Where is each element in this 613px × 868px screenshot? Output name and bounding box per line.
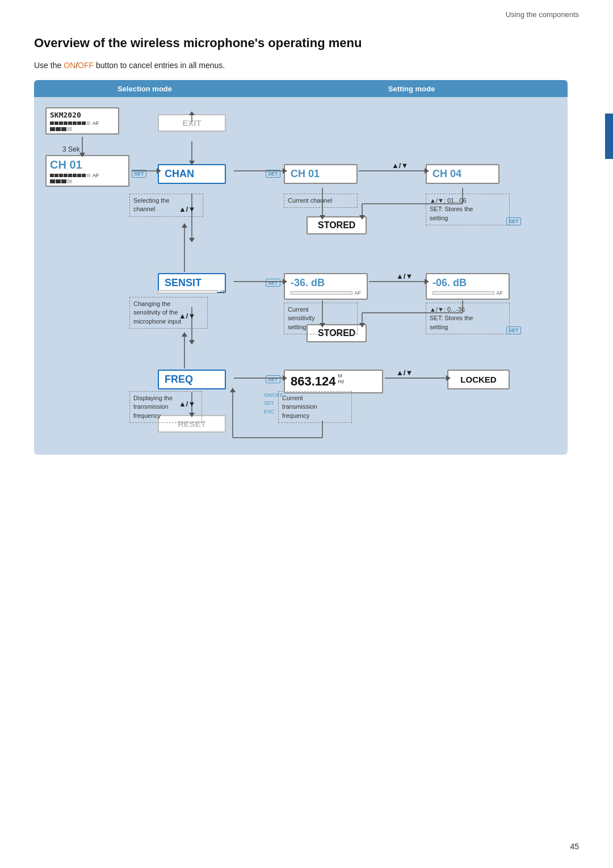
device-bars: AF bbox=[50, 120, 115, 126]
set-badge-sens-new: SET bbox=[506, 324, 521, 334]
intro-text: Use the ON/OFF button to cancel entries … bbox=[34, 61, 579, 70]
set-badge-ch-current: SET bbox=[266, 167, 280, 178]
desc-sens-current: Currentsensitivitysetting bbox=[284, 303, 358, 334]
af-label: AF bbox=[93, 120, 99, 126]
on-text: ON bbox=[64, 61, 75, 70]
set-badge-freq: SET bbox=[266, 373, 280, 383]
desc-sensit: Changing thesensitivity of themicrophone… bbox=[129, 297, 208, 329]
desc-ch-new: ▲/▼: 01...06SET: Stores thesetting bbox=[426, 194, 510, 225]
page-title: Overview of the wireless microphone's op… bbox=[34, 36, 579, 51]
desc-ch-current: Current channel bbox=[284, 194, 358, 208]
device-name: SKM2020 bbox=[50, 111, 115, 119]
selection-mode-header: Selection mode bbox=[34, 80, 255, 97]
svg-marker-17 bbox=[189, 340, 195, 345]
desc-sens-new: ▲/▼: 0...-36SET: Stores thesetting bbox=[426, 303, 510, 334]
chan-box: CHAN bbox=[158, 164, 226, 184]
ch01-box: CH 01 AF bbox=[45, 155, 129, 187]
stored-box-1: STORED bbox=[306, 216, 367, 234]
svg-text:▲/▼: ▲/▼ bbox=[396, 368, 413, 377]
device-display: SKM2020 AF bbox=[45, 107, 119, 135]
svg-marker-19 bbox=[182, 332, 187, 337]
freq-display-box: 863.124 MHz bbox=[284, 370, 383, 393]
set-badge-sens: SET bbox=[266, 276, 280, 287]
sensit-bar-display: AF bbox=[158, 288, 226, 295]
desc-freq: Displaying thetransmissionfrequency bbox=[129, 391, 202, 423]
sens-current-box: -36. dB AF bbox=[284, 273, 368, 300]
off-text: OFF bbox=[78, 61, 94, 70]
selection-mode-label: Selection mode bbox=[117, 85, 172, 93]
ch-current-box: CH 01 bbox=[284, 164, 358, 184]
setting-mode-header: Setting mode bbox=[255, 80, 568, 97]
svg-text:▲/▼: ▲/▼ bbox=[396, 272, 413, 280]
right-sidebar-bar bbox=[605, 114, 613, 159]
onoff-set-esc: ON/OFF SET ESC bbox=[264, 391, 283, 416]
section-header: Using the components bbox=[0, 0, 613, 19]
freq-box: FREQ bbox=[158, 370, 226, 389]
section-label: Using the components bbox=[506, 10, 579, 19]
set-badge-chan: SET bbox=[132, 167, 146, 178]
mhz-label: MHz bbox=[338, 374, 345, 385]
svg-marker-33 bbox=[230, 388, 236, 392]
svg-marker-13 bbox=[189, 238, 195, 242]
desc-chan: Selecting thechannel bbox=[129, 194, 203, 217]
desc-freq-current: Currenttransmissionfrequency bbox=[278, 391, 352, 423]
setting-mode-label: Setting mode bbox=[388, 85, 435, 93]
sens-new-box: -06. dB AF bbox=[426, 273, 510, 300]
ch01-title: CH 01 bbox=[50, 158, 125, 171]
svg-text:▲/▼: ▲/▼ bbox=[392, 161, 408, 170]
ch01-bars: AF bbox=[50, 173, 125, 178]
ch-new-box: CH 04 bbox=[426, 164, 499, 184]
page-number: 45 bbox=[570, 842, 579, 851]
svg-marker-15 bbox=[182, 223, 187, 228]
exit-box: EXIT bbox=[158, 114, 226, 132]
diagram-container: Selection mode Setting mode SKM2020 AF bbox=[34, 80, 568, 455]
set-badge-ch-new: SET bbox=[506, 215, 521, 225]
locked-box: LOCKED bbox=[447, 370, 510, 389]
sek-label: 3 Sek bbox=[62, 145, 80, 153]
